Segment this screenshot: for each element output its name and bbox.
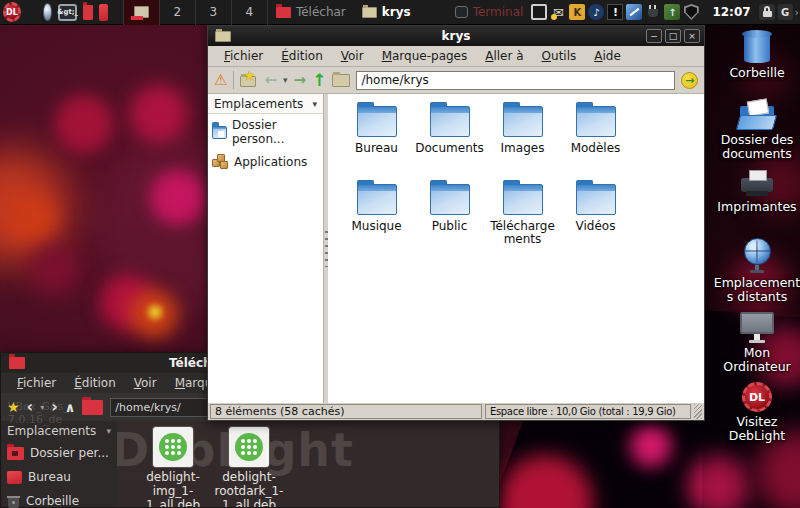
sidebar-header[interactable]: Emplacements [214,97,303,111]
volume-icon[interactable]: ♪ [588,4,604,20]
window-title: krys [208,29,704,43]
system-tray: ✉ K ♪ ! ↑ 12:07 G › [531,4,800,20]
sidebar-item-home[interactable]: Dossier per... [1,441,117,465]
menu-outils[interactable]: Outils [534,47,585,65]
mail-keyring-icon[interactable]: ✉ [550,4,566,20]
globe-base [750,270,764,273]
menu-edition[interactable]: Édition [273,47,331,65]
downloads-file-area: DebLight deblight-img_1-1_all.deb deblig… [117,421,499,507]
folder-videos[interactable]: Vidéos [559,180,632,258]
forward-icon[interactable]: → [294,73,307,88]
sidebar-item-desktop[interactable]: Bureau [1,465,117,489]
trash-icon [744,33,770,63]
menu-aller-a[interactable]: Aller à [477,47,531,65]
desktop-icon-documents[interactable]: Dossier des documents [711,102,800,161]
status-free-space: Espace libre : 10,0 Gio (total : 19,9 Gi… [485,404,691,419]
desktop-icon-printers[interactable]: Imprimantes [711,168,800,214]
monitor-base [749,340,765,343]
places-sidebar: Emplacements ▾ Dossier person... Applica… [208,94,324,403]
bokeh-circle [150,170,205,225]
menu-marque-pages[interactable]: Marque-pages [374,47,476,65]
browser-launcher-icon[interactable] [43,3,52,21]
desktop-icon-remote-places[interactable]: Emplacements distants [711,238,800,304]
power-plug-icon[interactable] [645,4,661,20]
network-globe-icon [744,238,771,265]
menu-aide[interactable]: Aide [586,47,629,65]
toolbar: ⚠ ★ ← ▾ → ↑ → [208,67,704,94]
desktop-icon-label: Visitez DebLight [711,415,800,443]
back-history-dropdown-icon[interactable]: ▾ [283,75,288,85]
file-manager-launcher-icon[interactable] [83,5,93,20]
computer-monitor-icon [740,312,774,334]
sidebar-item-trash[interactable]: Corbeille [1,489,117,508]
maximize-button[interactable]: □ [665,29,681,43]
chevron-down-icon[interactable]: ▾ [106,426,111,436]
g-applet-button[interactable]: G [778,4,793,20]
terminal-launcher-icon[interactable]: &gt;_ [58,4,77,21]
workspace-4[interactable]: 4 [232,0,268,25]
lock-screen-icon[interactable] [759,4,775,20]
task-telechargements[interactable]: Téléchar [268,0,354,25]
screen-tool-icon[interactable] [626,4,642,20]
panel-overflow-arrow-icon[interactable]: › [795,6,800,19]
folder-telechargements[interactable]: Téléchargements [486,180,559,258]
chevron-down-icon[interactable]: ▾ [312,99,317,109]
desktop-icon-visit-deblight[interactable]: DL Visitez DebLight [711,382,800,443]
file-deb-img[interactable]: deblight-img_1-1_all.deb [137,427,209,507]
task-terminal[interactable]: Terminal [447,0,532,25]
menu-voir[interactable]: Voir [333,47,372,65]
sidebar-item-applications[interactable]: Applications [208,150,323,173]
hamburger-menu-icon[interactable] [28,0,36,25]
sidebar-item-home[interactable]: Dossier person... [208,114,323,150]
folder-musique[interactable]: Musique [340,180,413,258]
minimize-button[interactable]: − [646,29,662,43]
folder-bureau[interactable]: Bureau [340,102,413,180]
red-folder-icon [9,357,25,369]
folder-label: Modèles [571,142,621,155]
deblight-menu-button[interactable]: DL [3,2,21,22]
open-folder-icon[interactable] [332,74,350,87]
path-input[interactable] [356,71,675,90]
desktop-icon-label: Emplacements distants [711,276,800,304]
new-tab-icon[interactable]: ★ [240,73,258,88]
blue-folder-icon [576,106,616,137]
menu-fichier[interactable]: Fichier [216,47,271,65]
klipper-clipboard-icon[interactable]: K [569,4,585,20]
close-button[interactable]: × [684,29,700,43]
warning-icon[interactable]: ⚠ [214,73,227,88]
folder-label: Documents [415,142,483,155]
folder-public[interactable]: Public [413,180,486,258]
folder-documents[interactable]: Documents [413,102,486,180]
blue-folder-icon [357,106,397,137]
folder-modeles[interactable]: Modèles [559,102,632,180]
blue-folder-icon [357,184,397,215]
display-settings-icon[interactable] [531,4,547,20]
up-icon[interactable]: ↑ [312,72,326,89]
network-monitor-icon[interactable]: ↑ [664,4,680,20]
titlebar[interactable]: krys − □ × [208,26,704,46]
workspace-3[interactable]: 3 [196,0,232,25]
editor-launcher-icon[interactable] [99,4,108,21]
desktop-icon-trash[interactable]: Corbeille [711,33,800,80]
go-jump-icon[interactable]: → [681,72,698,89]
top-panel: DL &gt;_ 2 3 4 Téléchar krys Terminal ✉ … [0,0,800,25]
menu-edition[interactable]: Édition [66,375,124,391]
toolbar-separator [233,71,234,89]
folder-images[interactable]: Images [486,102,559,180]
back-icon[interactable]: ← [264,73,277,88]
shield-security-icon[interactable] [683,4,699,20]
applications-cubes-icon [212,154,229,169]
bokeh-circle [55,95,113,153]
file-deb-rootdark[interactable]: deblight-rootdark_1-1_all.deb [213,427,285,507]
task-krys[interactable]: krys [354,0,419,25]
workspace-1-active[interactable] [124,0,160,25]
clock[interactable]: 12:07 [712,5,750,19]
deblight-logo-icon: DL [742,382,772,412]
alert-clipboard-icon[interactable]: ! [607,4,623,20]
resize-grip[interactable] [694,404,702,419]
menu-fichier[interactable]: Fichier [9,375,64,391]
blue-folder-icon [576,184,616,215]
desktop-icon-my-computer[interactable]: Mon Ordinateur [711,312,800,374]
workspace-2[interactable]: 2 [160,0,196,25]
menu-voir[interactable]: Voir [126,375,165,391]
